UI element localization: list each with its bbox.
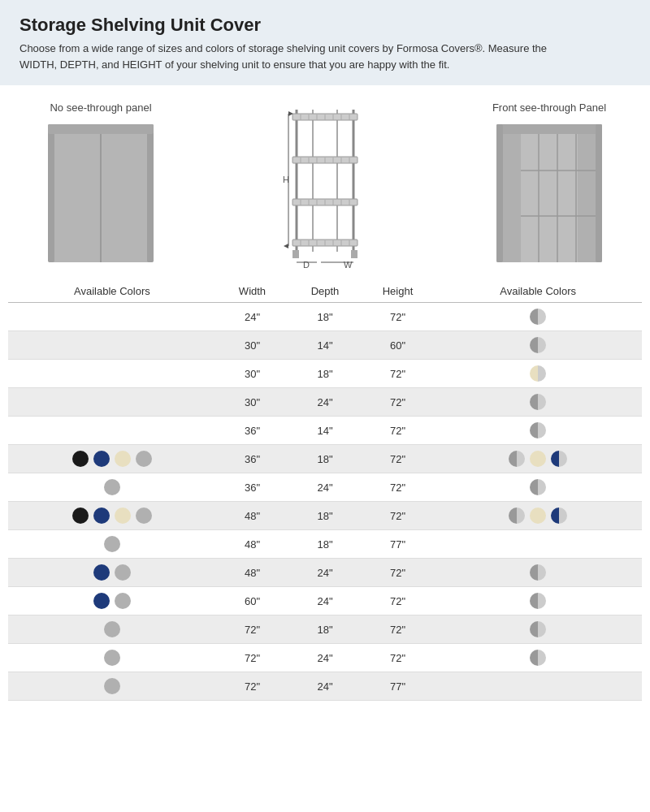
right-colors-cell bbox=[434, 672, 642, 701]
right-colors-cell bbox=[434, 615, 642, 644]
height-header: Height bbox=[362, 280, 435, 303]
height-cell: 72" bbox=[362, 473, 435, 502]
color-dot-gray bbox=[104, 650, 120, 666]
color-dot-half-moon bbox=[530, 479, 546, 495]
color-dot-cream bbox=[530, 451, 546, 467]
right-colors-cell bbox=[434, 473, 642, 502]
table-row: 72"24"77" bbox=[8, 672, 642, 701]
depth-cell: 24" bbox=[288, 473, 362, 502]
svg-rect-42 bbox=[351, 250, 358, 258]
svg-rect-3 bbox=[147, 124, 154, 262]
svg-rect-58 bbox=[496, 124, 602, 134]
height-cell: 72" bbox=[362, 502, 435, 530]
color-dot-gray bbox=[136, 451, 152, 467]
right-colors-cell bbox=[434, 360, 642, 388]
height-cell: 72" bbox=[362, 587, 435, 615]
width-cell: 24" bbox=[216, 303, 289, 331]
left-colors-cell bbox=[8, 615, 216, 644]
color-dot-half-moon bbox=[530, 650, 546, 666]
table-row: 36"24"72" bbox=[8, 473, 642, 502]
color-dot-navy bbox=[93, 508, 110, 524]
color-dot-half-moon bbox=[509, 508, 525, 524]
diagram-left: No see-through panel bbox=[20, 102, 182, 270]
color-dot-gray bbox=[104, 621, 120, 637]
svg-rect-60 bbox=[596, 124, 602, 262]
color-dot-black bbox=[72, 451, 89, 467]
color-dot-black bbox=[72, 508, 89, 524]
height-cell: 77" bbox=[362, 672, 435, 701]
color-dot-half-moon bbox=[530, 593, 546, 609]
table-row: 36"18"72" bbox=[8, 445, 642, 473]
table-row: 72"18"72" bbox=[8, 615, 642, 644]
height-cell: 72" bbox=[362, 559, 435, 587]
no-panel-label: No see-through panel bbox=[50, 102, 151, 114]
diagram-right: Front see-through Panel bbox=[468, 102, 630, 270]
width-header: Width bbox=[216, 280, 289, 303]
height-cell: 77" bbox=[362, 530, 435, 559]
left-colors-cell bbox=[8, 445, 216, 473]
depth-cell: 24" bbox=[288, 559, 362, 587]
right-colors-cell bbox=[434, 417, 642, 445]
right-colors-header: Available Colors bbox=[434, 280, 642, 303]
left-colors-cell bbox=[8, 473, 216, 502]
diagram-center: H D W bbox=[182, 102, 468, 272]
height-cell: 60" bbox=[362, 331, 435, 360]
color-dot-half-moon bbox=[530, 394, 546, 410]
depth-cell: 24" bbox=[288, 672, 362, 701]
color-dot-half-moon bbox=[530, 422, 546, 438]
color-dot-navy-half bbox=[551, 451, 567, 467]
svg-rect-41 bbox=[292, 250, 299, 258]
table-row: 72"24"72" bbox=[8, 644, 642, 672]
width-cell: 36" bbox=[216, 445, 289, 473]
left-colors-cell bbox=[8, 331, 216, 360]
right-colors-cell bbox=[434, 530, 642, 559]
color-dot-cream bbox=[530, 508, 546, 524]
left-colors-cell bbox=[8, 672, 216, 701]
width-cell: 72" bbox=[216, 644, 289, 672]
color-dot-half-moon bbox=[530, 309, 546, 325]
left-colors-cell bbox=[8, 303, 216, 331]
height-cell: 72" bbox=[362, 303, 435, 331]
svg-rect-52 bbox=[521, 124, 578, 262]
depth-cell: 18" bbox=[288, 445, 362, 473]
color-dot-navy bbox=[93, 593, 110, 609]
right-colors-cell bbox=[434, 587, 642, 615]
depth-cell: 18" bbox=[288, 530, 362, 559]
front-panel-label: Front see-through Panel bbox=[492, 102, 606, 114]
color-dot-gray bbox=[136, 508, 152, 524]
left-colors-cell bbox=[8, 559, 216, 587]
table-row: 24"18"72" bbox=[8, 303, 642, 331]
depth-cell: 18" bbox=[288, 303, 362, 331]
width-cell: 30" bbox=[216, 331, 289, 360]
depth-cell: 14" bbox=[288, 417, 362, 445]
height-cell: 72" bbox=[362, 388, 435, 417]
left-colors-cell bbox=[8, 388, 216, 417]
front-panel-cover-svg bbox=[488, 120, 610, 270]
table-row: 48"18"77" bbox=[8, 530, 642, 559]
depth-cell: 18" bbox=[288, 615, 362, 644]
width-cell: 36" bbox=[216, 417, 289, 445]
table-header-row: Available Colors Width Depth Height Avai… bbox=[8, 280, 642, 303]
color-dot-gray bbox=[104, 479, 120, 495]
wire-shelf-diagram-svg: H D W bbox=[260, 102, 390, 272]
color-dot-gray bbox=[115, 593, 131, 609]
color-dot-gray bbox=[104, 536, 120, 552]
color-dot-half-moon bbox=[509, 451, 525, 467]
left-colors-cell bbox=[8, 587, 216, 615]
width-cell: 48" bbox=[216, 530, 289, 559]
right-colors-cell bbox=[434, 445, 642, 473]
table-row: 36"14"72" bbox=[8, 417, 642, 445]
table-row: 30"14"60" bbox=[8, 331, 642, 360]
width-cell: 48" bbox=[216, 559, 289, 587]
height-cell: 72" bbox=[362, 417, 435, 445]
width-cell: 36" bbox=[216, 473, 289, 502]
color-dot-half-moon bbox=[530, 564, 546, 581]
left-colors-cell bbox=[8, 644, 216, 672]
color-dot-half-moon bbox=[530, 621, 546, 637]
sizes-table: Available Colors Width Depth Height Avai… bbox=[8, 280, 642, 701]
color-dot-navy bbox=[93, 564, 110, 581]
color-dot-half-moon bbox=[530, 337, 546, 353]
svg-text:W: W bbox=[344, 260, 353, 270]
left-colors-cell bbox=[8, 502, 216, 530]
depth-cell: 24" bbox=[288, 644, 362, 672]
